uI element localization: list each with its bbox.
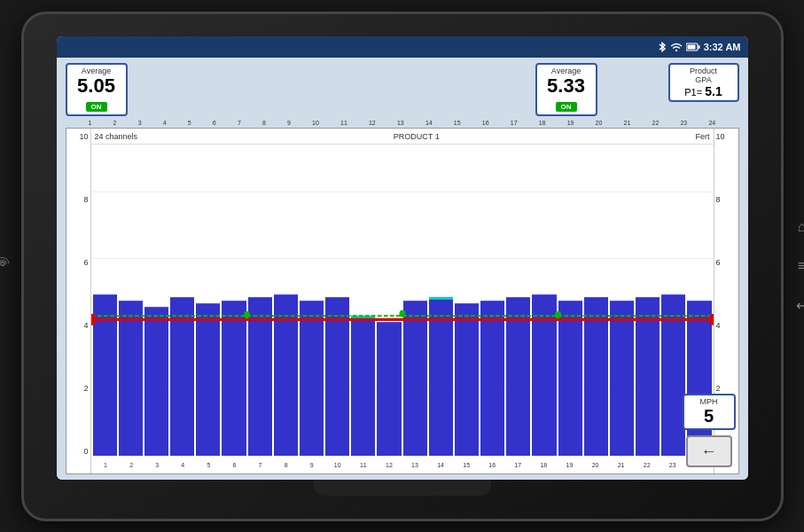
bar-2 — [119, 301, 143, 456]
chart-bars-area: 1 2 3 4 5 6 7 8 9 10 11 — [91, 145, 714, 473]
bar-8 — [274, 294, 298, 456]
side-navigation: ⌂ ≡ ↩ — [790, 215, 805, 317]
bar-15 — [455, 303, 479, 456]
main-content: Average 5.05 ON Average 5.33 ON Product … — [57, 58, 748, 480]
bar-10 — [325, 297, 349, 456]
avg2-on-badge: ON — [556, 102, 577, 112]
menu-button[interactable]: ≡ — [790, 254, 805, 278]
svg-rect-4 — [687, 45, 695, 50]
svg-rect-3 — [698, 45, 699, 49]
x-axis-labels: 1 2 3 4 5 6 7 8 9 10 11 — [91, 456, 714, 473]
bar-16 — [480, 301, 504, 456]
p1-label: P1= — [684, 87, 702, 98]
svg-point-0 — [1, 262, 4, 266]
home-button[interactable]: ⌂ — [790, 215, 805, 239]
chart-main-area: 24 channels PRODUCT 1 Fert — [91, 129, 714, 473]
mph-box: MPH 5 — [683, 394, 736, 430]
bar-12 — [377, 322, 401, 456]
bar-13 — [403, 301, 427, 456]
bluetooth-icon — [658, 42, 667, 52]
right-controls: MPH 5 ← — [683, 394, 736, 467]
p1-value: 5.1 — [705, 84, 722, 98]
channel-labels-row: 24 channels PRODUCT 1 Fert — [91, 129, 714, 145]
y-axis-left: 10 8 6 4 2 0 — [66, 129, 91, 473]
battery-icon — [686, 43, 700, 51]
bar-chart: 10 8 6 4 2 0 24 channels PRODUCT 1 Fer — [66, 128, 739, 474]
mph-value: 5 — [693, 406, 725, 426]
avg1-value: 5.05 — [74, 75, 119, 97]
bar-1 — [93, 294, 117, 456]
average-2-box: Average 5.33 ON — [535, 63, 597, 116]
clock-time: 3:32 AM — [704, 42, 741, 52]
bar-9 — [300, 301, 324, 456]
avg1-on-badge: ON — [86, 102, 107, 112]
svg-point-1 — [675, 50, 677, 51]
bars-container — [91, 145, 714, 456]
tablet-stand — [314, 478, 491, 496]
product-gpa-box: Product GPA P1= 5.1 — [668, 63, 739, 102]
bar-11 — [351, 316, 375, 456]
average-1-box: Average 5.05 ON — [66, 63, 128, 116]
top-info-row: Average 5.05 ON Average 5.33 ON Product … — [62, 63, 743, 116]
bar-3 — [144, 307, 168, 456]
top-number-row: 1 2 3 4 5 6 7 8 9 10 11 12 13 14 15 16 1… — [62, 120, 743, 126]
bar-17 — [506, 297, 530, 456]
product-gpa-title2: GPA — [677, 75, 730, 84]
status-icons: 3:32 AM — [658, 42, 741, 52]
product-label: PRODUCT 1 — [394, 132, 440, 141]
bar-4 — [170, 297, 194, 456]
wifi-icon — [670, 43, 683, 51]
bar-5 — [196, 303, 220, 456]
fert-label: Fert — [695, 132, 709, 141]
bar-21 — [610, 301, 634, 456]
mph-label: MPH — [693, 397, 725, 406]
tablet-device: ⌂ ≡ ↩ — [21, 12, 784, 521]
status-bar: 3:32 AM — [57, 36, 748, 58]
back-button[interactable]: ← — [686, 435, 732, 467]
product-gpa-title1: Product — [677, 66, 730, 75]
nfc-icon — [0, 255, 12, 278]
tablet-screen: 3:32 AM Average 5.05 ON Average 5.33 O — [57, 36, 748, 480]
bar-7 — [248, 297, 272, 456]
bar-6 — [222, 301, 246, 456]
bar-22 — [636, 297, 660, 456]
channel-count-label: 24 channels — [95, 132, 138, 141]
bar-18 — [532, 294, 556, 456]
bar-14 — [429, 297, 453, 456]
bar-20 — [584, 297, 608, 456]
back-nav-button[interactable]: ↩ — [790, 293, 805, 317]
bar-19 — [558, 301, 582, 456]
avg2-value: 5.33 — [544, 75, 589, 97]
